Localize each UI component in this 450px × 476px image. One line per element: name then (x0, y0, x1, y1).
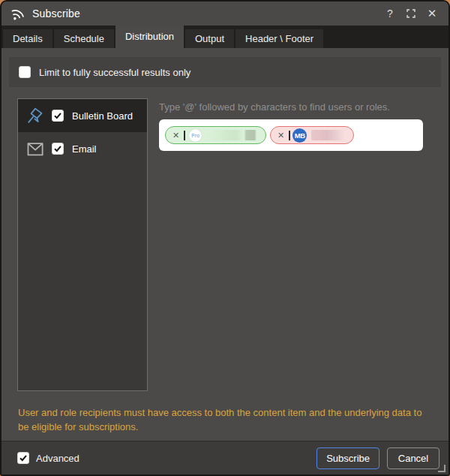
subscription-warning-text: User and role recipients must have acces… (18, 405, 432, 434)
close-button[interactable]: ✕ (422, 4, 442, 23)
checkmark-icon (53, 111, 62, 120)
subscribe-feed-icon (10, 6, 26, 21)
maximize-button[interactable] (400, 4, 422, 23)
tab-schedule[interactable]: Schedule (54, 29, 114, 48)
subscribe-button[interactable]: Subscribe (316, 447, 380, 469)
recipient-chip-user[interactable]: ✕ MB (270, 126, 354, 144)
remove-chip-icon[interactable]: ✕ (278, 131, 284, 140)
tab-output[interactable]: Output (185, 29, 234, 48)
tab-distribution[interactable]: Distribution (116, 26, 184, 48)
redacted-role-name (206, 130, 259, 140)
bulletin-board-checkbox[interactable] (52, 110, 64, 122)
chip-separator (289, 131, 290, 140)
help-button[interactable]: ? (380, 4, 400, 23)
email-checkbox[interactable] (52, 143, 64, 155)
limit-strip: Limit to fully successful results only (9, 57, 441, 87)
advanced-checkbox[interactable] (17, 452, 29, 464)
cancel-button[interactable]: Cancel (387, 447, 440, 469)
checkmark-icon (53, 144, 62, 153)
recipients-input[interactable]: ✕ Pro ✕ MB (159, 119, 423, 151)
window-title: Subscribe (32, 8, 80, 20)
limit-checkbox[interactable] (19, 66, 31, 78)
advanced-checkbox-label: Advanced (36, 453, 80, 464)
role-badge: Pro (189, 129, 202, 142)
chip-separator (184, 131, 185, 140)
tab-header-footer[interactable]: Header \ Footer (236, 29, 323, 48)
channel-label: Bulletin Board (72, 110, 133, 122)
user-avatar: MB (292, 128, 307, 143)
channel-list: Bulletin Board Email (17, 98, 148, 391)
maximize-icon (406, 9, 416, 18)
channel-row-email[interactable]: Email (18, 132, 147, 165)
redacted-user-name (311, 130, 346, 140)
pushpin-icon (25, 106, 45, 126)
envelope-icon (25, 139, 45, 159)
subscribe-dialog: Subscribe ? ✕ Details Schedule Distribut… (0, 0, 450, 476)
title-bar: Subscribe ? ✕ (2, 2, 448, 26)
remove-chip-icon[interactable]: ✕ (172, 131, 179, 140)
resize-grip[interactable] (438, 465, 446, 472)
footer-bar: Advanced Subscribe Cancel (2, 441, 448, 474)
channel-label: Email (72, 143, 97, 155)
limit-checkbox-label: Limit to fully successful results only (39, 67, 190, 78)
recipients-hint: Type '@' followed by characters to find … (159, 101, 390, 113)
checkmark-icon (19, 453, 28, 462)
tab-details[interactable]: Details (3, 29, 52, 48)
tab-bar: Details Schedule Distribution Output Hea… (2, 26, 448, 48)
channel-row-bulletin-board[interactable]: Bulletin Board (18, 99, 147, 132)
recipient-chip-role[interactable]: ✕ Pro (165, 126, 266, 144)
